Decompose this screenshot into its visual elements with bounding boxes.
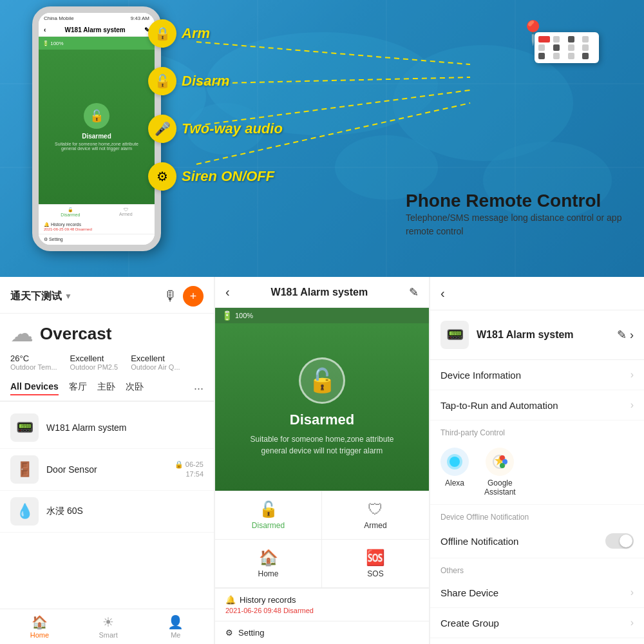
home-app-title: 通天下测试 bbox=[10, 290, 62, 303]
weather-temp-key: Outdoor Tem... bbox=[10, 363, 57, 371]
tab-all-devices[interactable]: All Devices bbox=[10, 381, 59, 395]
home-header-title-row[interactable]: 通天下测试 ▼ bbox=[10, 290, 72, 303]
offline-toggle[interactable] bbox=[605, 533, 634, 549]
weather-pm-key: Outdoor PM2.5 bbox=[70, 363, 118, 371]
audio-icon: 🎤 bbox=[148, 115, 176, 143]
alarm-desc: Suitable for someone home,zone attribute… bbox=[251, 433, 394, 457]
sos-label: SOS bbox=[367, 569, 383, 578]
phone-history-section: 🔔 History records 2021-06-25 09:48 Disar… bbox=[39, 220, 155, 234]
alexa-item[interactable]: Alexa bbox=[440, 448, 469, 497]
phone-mockup: China Mobile 9:43 AM ‹ W181 Alarm system… bbox=[32, 6, 161, 251]
feature-icons: 🔒 Arm 🔓 Disarm 🎤 Two-way audio ⚙ Siren O… bbox=[148, 19, 283, 191]
history-date: 2021-06-26 09:48 Disarmed bbox=[225, 607, 419, 614]
settings-item-share[interactable]: Share Device › bbox=[430, 578, 644, 608]
device-door-icon: 🚪 bbox=[10, 455, 39, 484]
control-disarmed[interactable]: 🔓 Disarmed bbox=[215, 491, 322, 540]
home-control-icon: 🏠 bbox=[259, 549, 278, 567]
armed-icon: 🛡 bbox=[368, 500, 383, 518]
me-tab-label: Me bbox=[171, 631, 180, 639]
phone-alarm-area: 🔓 Disarmed Suitable for someone home,zon… bbox=[39, 50, 155, 204]
armed-label: Armed bbox=[364, 521, 386, 530]
audio-label: Two-way audio bbox=[182, 120, 283, 137]
alarm-main-area: 🔓 Disarmed Suitable for someone home,zon… bbox=[215, 323, 429, 491]
device-door-meta: 🔒 06-25 17:54 bbox=[175, 460, 204, 480]
panel-alarm: ‹ W181 Alarm system ✎ 🔋 100% 🔓 Disarmed … bbox=[215, 277, 429, 644]
banner-main-title: Phone Remote Control bbox=[406, 191, 625, 211]
settings-item-device-info[interactable]: Device Information › bbox=[430, 360, 644, 390]
google-assistant-icon bbox=[486, 448, 514, 476]
control-sos[interactable]: 🆘 SOS bbox=[322, 540, 429, 588]
create-group-label: Create Group bbox=[440, 618, 630, 629]
settings-device-header: 📟 W181 Alarm system ✎ › bbox=[430, 310, 644, 360]
alexa-icon bbox=[440, 448, 469, 476]
phone-status-bar: China Mobile 9:43 AM bbox=[39, 13, 155, 24]
me-tab-icon: 👤 bbox=[167, 614, 184, 630]
settings-back-button[interactable]: ‹ bbox=[440, 286, 445, 301]
dropdown-arrow-icon: ▼ bbox=[64, 292, 72, 301]
tab-second-bedroom[interactable]: 次卧 bbox=[126, 381, 144, 395]
settings-edit-icon[interactable]: ✎ › bbox=[617, 328, 634, 342]
control-armed[interactable]: 🛡 Armed bbox=[322, 491, 429, 540]
home-tab-label: Home bbox=[30, 631, 49, 639]
settings-item-automation[interactable]: Tap-to-Run and Automation › bbox=[430, 390, 644, 421]
cloud-icon: ☁ bbox=[10, 320, 33, 347]
alarm-lock-icon: 🔓 bbox=[299, 357, 345, 404]
device-info-chevron-icon: › bbox=[630, 369, 634, 381]
phone-setting: ⚙ Setting bbox=[39, 234, 155, 245]
alarm-panel-header: ‹ W181 Alarm system ✎ bbox=[215, 277, 429, 308]
banner-subtitle: Telephone/SMS message long distance cont… bbox=[406, 211, 625, 238]
offline-label: Offline Notification bbox=[440, 536, 605, 547]
control-home[interactable]: 🏠 Home bbox=[215, 540, 322, 588]
microphone-icon[interactable]: 🎙 bbox=[164, 288, 178, 305]
alarm-setting-item[interactable]: ⚙ Setting bbox=[215, 621, 429, 644]
home-header-icons: 🎙 + bbox=[164, 286, 204, 307]
settings-item-create-group[interactable]: Create Group › bbox=[430, 608, 644, 638]
phone-app-header: ‹ W181 Alarm system ✎ bbox=[39, 24, 155, 37]
weather-air-key: Outdoor Air Q... bbox=[131, 363, 180, 371]
tab-master-bedroom[interactable]: 主卧 bbox=[97, 381, 115, 395]
weather-air-item: Excellent Outdoor Air Q... bbox=[131, 354, 180, 371]
alarm-history-section[interactable]: 🔔 History records 2021-06-26 09:48 Disar… bbox=[215, 588, 429, 621]
alarm-edit-button[interactable]: ✎ bbox=[409, 285, 419, 299]
disarm-icon: 🔓 bbox=[148, 67, 176, 95]
google-assistant-item[interactable]: GoogleAssistant bbox=[484, 448, 516, 497]
tab-home[interactable]: 🏠 Home bbox=[30, 614, 49, 639]
disarmed-icon: 🔓 bbox=[259, 500, 278, 518]
devices-tab-more-icon[interactable]: ··· bbox=[194, 382, 204, 395]
setting-gear-icon: ⚙ bbox=[225, 628, 233, 638]
feature-siren: ⚙ Siren ON/OFF bbox=[148, 162, 283, 191]
device-item-alarm[interactable]: 📟 W181 Alarm system bbox=[0, 407, 214, 449]
device-alarm-icon: 📟 bbox=[10, 413, 39, 442]
arm-icon: 🔒 bbox=[148, 19, 176, 48]
alarm-status: Disarmed bbox=[290, 412, 354, 428]
svg-point-22 bbox=[500, 463, 505, 468]
alarm-back-button[interactable]: ‹ bbox=[225, 285, 230, 299]
tab-me[interactable]: 👤 Me bbox=[167, 614, 184, 639]
settings-item-offline[interactable]: Offline Notification bbox=[430, 524, 644, 558]
tab-smart[interactable]: ☀ Smart bbox=[99, 614, 118, 639]
weather-temp-item: 26°C Outdoor Tem... bbox=[10, 354, 57, 371]
smart-tab-label: Smart bbox=[99, 631, 118, 639]
device-water-name: 水浸 60S bbox=[46, 506, 83, 517]
phone-battery-bar: 🔋 100% bbox=[39, 37, 155, 50]
add-button[interactable]: + bbox=[183, 286, 204, 307]
others-section-label: Others bbox=[430, 558, 644, 578]
device-alarm-name: W181 Alarm system bbox=[46, 422, 126, 433]
third-party-section-label: Third-party Control bbox=[430, 421, 644, 440]
device-item-door[interactable]: 🚪 Door Sensor 🔒 06-25 17:54 bbox=[0, 449, 214, 491]
panel-home: 通天下测试 ▼ 🎙 + ☁ Overcast 26°C Outdoor Tem.… bbox=[0, 277, 214, 644]
home-panel-header: 通天下测试 ▼ 🎙 + bbox=[0, 277, 214, 314]
sos-icon: 🆘 bbox=[366, 549, 385, 567]
product-area: 📍 bbox=[535, 19, 625, 63]
alarm-battery-bar: 🔋 100% bbox=[215, 308, 429, 323]
battery-icon: 🔋 bbox=[222, 310, 232, 321]
disarm-label: Disarm bbox=[182, 73, 230, 90]
history-title: 🔔 History records bbox=[225, 595, 419, 605]
device-door-name: Door Sensor bbox=[46, 464, 97, 475]
siren-icon: ⚙ bbox=[148, 162, 176, 191]
device-item-water[interactable]: 💧 水浸 60S bbox=[0, 491, 214, 533]
share-device-label: Share Device bbox=[440, 587, 630, 598]
tab-living-room[interactable]: 客厅 bbox=[69, 381, 87, 395]
phone-nav-armed: 🛡Armed bbox=[119, 207, 133, 217]
weather-air-val: Excellent bbox=[131, 354, 180, 363]
